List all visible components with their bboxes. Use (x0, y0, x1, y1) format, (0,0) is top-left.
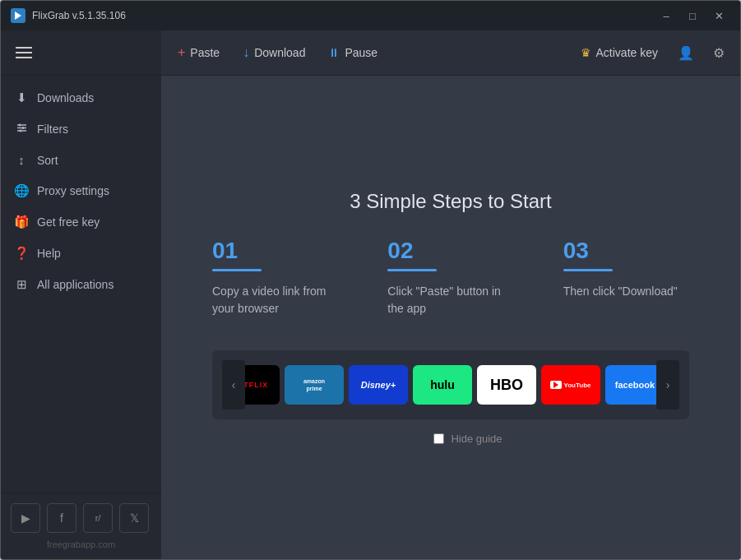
logo-youtube: YouTube (541, 365, 600, 405)
help-icon: ❓ (14, 246, 29, 261)
sort-icon: ↕ (14, 153, 29, 167)
footer-url: freegrabapp.com (11, 539, 151, 549)
account-button[interactable]: 👤 (671, 38, 701, 67)
logo-netflix: NETFLIX (245, 365, 280, 405)
window-title: FlixGrab v.5.1.35.106 (32, 10, 648, 21)
paste-button[interactable]: + Paste (168, 40, 229, 65)
hide-guide-label[interactable]: Hide guide (433, 433, 502, 445)
filters-icon (14, 122, 29, 137)
twitter-social-button[interactable]: 𝕏 (119, 503, 149, 533)
minimize-button[interactable]: – (655, 4, 678, 27)
step-2-line (387, 269, 437, 271)
close-button[interactable]: ✕ (707, 4, 730, 27)
pause-label: Pause (345, 46, 377, 59)
step-3-number: 03 (563, 238, 689, 264)
paste-label: Paste (190, 46, 220, 59)
sidebar-nav: ⬇ Downloads Filters (1, 76, 161, 493)
step-1-line (212, 269, 262, 271)
crown-icon: ♛ (581, 46, 591, 59)
sidebar-label-filters: Filters (37, 123, 68, 136)
content-area: 3 Simple Steps to Start 01 Copy a video … (161, 76, 740, 559)
proxy-icon: 🌐 (14, 183, 29, 198)
step-1-text: Copy a video link from your browser (212, 283, 338, 317)
settings-icon: ⚙ (713, 45, 725, 61)
sidebar-label-sort: Sort (37, 154, 58, 167)
logos-next-button[interactable]: › (656, 360, 679, 410)
sidebar-footer: ▶ f r/ 𝕏 freegrabapp.com (1, 493, 161, 559)
app-window: FlixGrab v.5.1.35.106 – □ ✕ ⬇ Downloads (0, 0, 741, 560)
downloads-icon: ⬇ (14, 90, 29, 105)
download-label: Download (254, 46, 305, 59)
window-controls: – □ ✕ (655, 4, 730, 27)
main-content: + Paste ↓ Download ⏸ Pause ♛ Activate ke… (161, 30, 740, 559)
pause-icon: ⏸ (328, 46, 340, 59)
pause-button[interactable]: ⏸ Pause (318, 41, 387, 64)
maximize-button[interactable]: □ (681, 4, 704, 27)
step-3-line (563, 269, 613, 271)
step-3: 03 Then click "Download" (563, 238, 689, 317)
hide-guide-checkbox[interactable] (433, 433, 444, 444)
facebook-social-button[interactable]: f (47, 503, 76, 533)
guide-title: 3 Simple Steps to Start (350, 190, 551, 213)
sidebar: ⬇ Downloads Filters (1, 30, 161, 559)
steps-container: 01 Copy a video link from your browser 0… (212, 238, 689, 317)
svg-point-4 (18, 124, 21, 127)
sidebar-label-free-key: Get free key (37, 215, 100, 229)
sidebar-item-all-apps[interactable]: ⊞ All applications (1, 269, 161, 300)
hamburger-button[interactable] (12, 44, 35, 62)
sidebar-item-filters[interactable]: Filters (1, 113, 161, 145)
sidebar-label-proxy: Proxy settings (37, 184, 109, 197)
download-icon: ↓ (243, 45, 249, 60)
svg-point-5 (21, 127, 24, 129)
step-2-number: 02 (387, 238, 513, 264)
logos-strip: ‹ NETFLIX amazonprime Disney+ hulu (212, 350, 689, 419)
step-1: 01 Copy a video link from your browser (212, 238, 338, 317)
step-2: 02 Click "Paste" button in the app (387, 238, 513, 317)
step-1-number: 01 (212, 238, 338, 264)
activate-key-button[interactable]: ♛ Activate key (571, 41, 668, 64)
sidebar-label-downloads: Downloads (37, 91, 94, 104)
svg-marker-0 (15, 12, 21, 20)
logos-prev-button[interactable]: ‹ (222, 360, 245, 410)
sidebar-label-all-apps: All applications (37, 278, 113, 291)
sidebar-item-proxy[interactable]: 🌐 Proxy settings (1, 175, 161, 206)
sidebar-item-help[interactable]: ❓ Help (1, 238, 161, 269)
app-body: ⬇ Downloads Filters (1, 30, 740, 559)
toolbar: + Paste ↓ Download ⏸ Pause ♛ Activate ke… (161, 30, 740, 76)
title-bar: FlixGrab v.5.1.35.106 – □ ✕ (1, 1, 740, 30)
svg-point-6 (19, 130, 21, 132)
sidebar-item-sort[interactable]: ↕ Sort (1, 145, 161, 175)
paste-icon: + (178, 45, 185, 60)
activate-label: Activate key (596, 46, 658, 59)
account-icon: 👤 (678, 45, 694, 61)
logo-disney: Disney+ (349, 365, 408, 405)
hide-guide-text: Hide guide (451, 433, 502, 445)
logos-list: NETFLIX amazonprime Disney+ hulu HBO (245, 365, 656, 405)
free-key-icon: 🎁 (14, 215, 29, 229)
hamburger-area (1, 30, 161, 76)
logo-facebook: facebook (605, 365, 656, 405)
settings-button[interactable]: ⚙ (704, 38, 734, 67)
step-2-text: Click "Paste" button in the app (387, 283, 513, 317)
sidebar-item-free-key[interactable]: 🎁 Get free key (1, 206, 161, 238)
download-button[interactable]: ↓ Download (233, 40, 315, 65)
social-icons: ▶ f r/ 𝕏 (11, 503, 151, 533)
app-icon (11, 8, 25, 23)
logo-amazon: amazonprime (285, 365, 344, 405)
youtube-social-button[interactable]: ▶ (11, 503, 40, 533)
logo-hbo: HBO (477, 365, 536, 405)
logo-hulu: hulu (413, 365, 472, 405)
all-apps-icon: ⊞ (14, 277, 29, 292)
step-3-text: Then click "Download" (563, 283, 689, 300)
reddit-social-button[interactable]: r/ (83, 503, 113, 533)
sidebar-item-downloads[interactable]: ⬇ Downloads (1, 82, 161, 113)
sidebar-label-help: Help (37, 247, 61, 260)
